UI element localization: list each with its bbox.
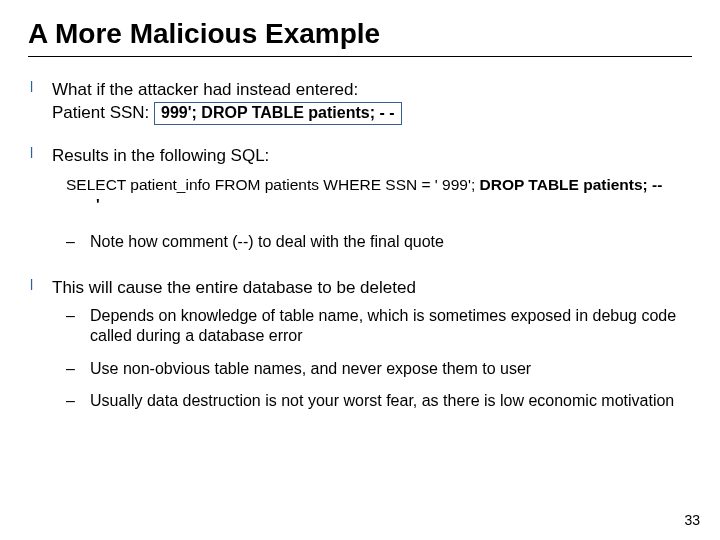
bullet-3-sub1: Depends on knowledge of table name, whic…	[66, 306, 692, 347]
page-number: 33	[684, 512, 700, 528]
slide: A More Malicious Example What if the att…	[0, 0, 720, 540]
bullet-2-text: Results in the following SQL:	[52, 146, 269, 165]
bullet-1: What if the attacker had instead entered…	[52, 79, 692, 125]
bullet-1-text: What if the attacker had instead entered…	[52, 80, 358, 99]
bullet-3-sub3: Usually data destruction is not your wor…	[66, 391, 692, 411]
sql-part1: SELECT patient_info FROM patients WHERE …	[66, 176, 475, 193]
sql-part3: '	[96, 195, 100, 212]
sql-block: SELECT patient_info FROM patients WHERE …	[66, 175, 692, 215]
bullet-3-sub2: Use non-obvious table names, and never e…	[66, 359, 692, 379]
bullet-3-text: This will cause the entire database to b…	[52, 278, 416, 297]
sql-part2: DROP TABLE patients; --	[475, 176, 662, 193]
ssn-input-box: 999'; DROP TABLE patients; - -	[154, 102, 401, 125]
bullet-3: This will cause the entire database to b…	[52, 277, 692, 412]
ssn-label: Patient SSN:	[52, 103, 149, 122]
slide-title: A More Malicious Example	[28, 18, 692, 50]
bullet-2-sub1: Note how comment (--) to deal with the f…	[66, 232, 692, 252]
ssn-line: Patient SSN: 999'; DROP TABLE patients; …	[52, 102, 692, 125]
title-rule	[28, 56, 692, 57]
bullet-3-sublist: Depends on knowledge of table name, whic…	[66, 306, 692, 412]
bullet-list: What if the attacker had instead entered…	[28, 79, 692, 412]
bullet-2-sublist: Note how comment (--) to deal with the f…	[66, 232, 692, 252]
bullet-2: Results in the following SQL: SELECT pat…	[52, 145, 692, 252]
